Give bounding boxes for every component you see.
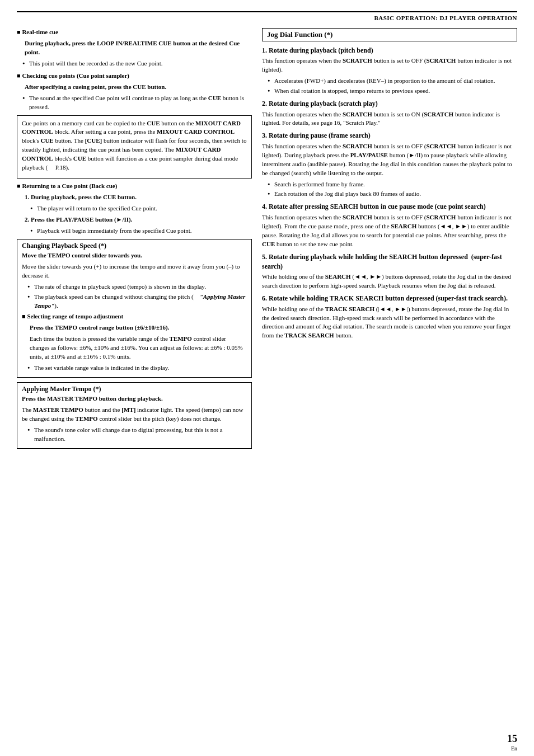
list-item: Each rotation of the Jog dial plays back… xyxy=(268,190,517,199)
range-bold: Press the TEMPO control range button (±6… xyxy=(22,323,247,332)
changing-playback-speed-section: Changing Playback Speed (*) Move the TEM… xyxy=(17,239,252,378)
step-1: 1. During playback, press the CUE button… xyxy=(25,193,252,202)
step-1-bullets: The player will return to the specified … xyxy=(25,204,252,213)
lang-label: En xyxy=(511,745,517,752)
jog-item-4-title: 4. Rotate after pressing SEARCH button i… xyxy=(262,202,517,212)
master-tempo-text: The MASTER TEMPO button and the [MT] ind… xyxy=(22,406,247,424)
jog-item-2-text: This function operates when the SCRATCH … xyxy=(262,110,517,128)
jog-item-3-bullets: Search is performed frame by frame. Each… xyxy=(262,180,517,199)
realtime-cue-bullets: This point will then be recorded as the … xyxy=(17,59,252,68)
range-bullets: The set variable range value is indicate… xyxy=(22,364,247,373)
list-item: Playback will begin immediately from the… xyxy=(30,227,252,236)
checking-cue-heading: Checking cue points (Cue point sampler) xyxy=(17,72,252,81)
applying-master-tempo-section: Applying Master Tempo (*) Press the MAST… xyxy=(17,382,252,449)
master-tempo-bold: Press the MASTER TEMPO button during pla… xyxy=(22,395,247,403)
right-column: Jog Dial Function (*) 1. Rotate during p… xyxy=(262,28,517,453)
left-column: Real-time cue During playback, press the… xyxy=(17,28,252,453)
list-item: This point will then be recorded as the … xyxy=(22,59,252,68)
checking-cue-section: Checking cue points (Cue point sampler) … xyxy=(17,72,252,112)
list-item: The set variable range value is indicate… xyxy=(27,364,247,373)
changing-playback-intro-text: Move the slider towards you (+) to incre… xyxy=(22,262,247,280)
jog-item-4: 4. Rotate after pressing SEARCH button i… xyxy=(262,202,517,248)
range-heading: ■ Selecting range of tempo adjustment xyxy=(22,312,247,321)
returning-cue-heading: Returning to a Cue point (Back cue) xyxy=(17,182,252,191)
realtime-cue-section: Real-time cue During playback, press the… xyxy=(17,28,252,68)
list-item: The playback speed can be changed withou… xyxy=(27,293,247,311)
list-item: The player will return to the specified … xyxy=(30,204,252,213)
main-content: Real-time cue During playback, press the… xyxy=(17,28,517,453)
list-item: Accelerates (FWD+) and decelerates (REV–… xyxy=(268,77,517,86)
changing-playback-intro-bold: Move the TEMPO control slider towards yo… xyxy=(22,251,247,260)
jog-item-4-text: This function operates when the SCRATCH … xyxy=(262,213,517,249)
jog-item-3-text: This function operates when the SCRATCH … xyxy=(262,142,517,178)
range-text: Each time the button is pressed the vari… xyxy=(22,335,247,361)
jog-item-5-title: 5. Rotate during playback while holding … xyxy=(262,252,517,272)
list-item: The sound at the specified Cue point wil… xyxy=(22,94,252,112)
jog-item-5: 5. Rotate during playback while holding … xyxy=(262,252,517,291)
jog-item-1-title: 1. Rotate during playback (pitch bend) xyxy=(262,46,517,55)
changing-playback-speed-title: Changing Playback Speed (*) xyxy=(22,242,247,250)
checking-cue-bold: After specifying a cueing point, press t… xyxy=(17,83,252,92)
jog-item-2: 2. Rotate during playback (scratch play)… xyxy=(262,99,517,128)
step-2: 2. Press the PLAY/PAUSE button (►/II). xyxy=(25,215,252,224)
jog-item-1-text: This function operates when the SCRATCH … xyxy=(262,57,517,74)
jog-item-6-text: While holding one of the TRACK SEARCH (|… xyxy=(262,305,517,341)
note-text: Cue points on a memory card can be copie… xyxy=(22,119,247,173)
jog-item-1: 1. Rotate during playback (pitch bend) T… xyxy=(262,46,517,96)
applying-master-tempo-title: Applying Master Tempo (*) xyxy=(22,385,247,393)
master-tempo-bullets: The sound's tone color will change due t… xyxy=(22,426,247,444)
checking-cue-bullets: The sound at the specified Cue point wil… xyxy=(17,94,252,112)
realtime-cue-heading: Real-time cue xyxy=(17,28,252,37)
note-box: Cue points on a memory card can be copie… xyxy=(17,115,252,179)
returning-cue-section: Returning to a Cue point (Back cue) 1. D… xyxy=(17,182,252,236)
list-item: When dial rotation is stopped, tempo ret… xyxy=(268,87,517,96)
list-item: The rate of change in playback speed (te… xyxy=(27,283,247,292)
header-title: BASIC OPERATION: DJ PLAYER OPERATION xyxy=(374,15,517,21)
realtime-cue-bold: During playback, press the LOOP IN/REALT… xyxy=(17,39,252,57)
list-item: Search is performed frame by frame. xyxy=(268,180,517,189)
jog-dial-title: Jog Dial Function (*) xyxy=(262,28,517,41)
returning-cue-steps: 1. During playback, press the CUE button… xyxy=(17,193,252,236)
changing-playback-bullets: The rate of change in playback speed (te… xyxy=(22,283,247,311)
jog-item-1-bullets: Accelerates (FWD+) and decelerates (REV–… xyxy=(262,77,517,96)
page: BASIC OPERATION: DJ PLAYER OPERATION Rea… xyxy=(0,0,534,756)
step-2-bullets: Playback will begin immediately from the… xyxy=(25,227,252,236)
page-number: 15 xyxy=(507,733,517,745)
jog-item-5-text: While holding one of the SEARCH (◄◄, ►►)… xyxy=(262,273,517,290)
jog-item-6: 6. Rotate while holding TRACK SEARCH but… xyxy=(262,294,517,340)
jog-item-6-title: 6. Rotate while holding TRACK SEARCH but… xyxy=(262,294,517,303)
jog-item-3: 3. Rotate during pause (frame search) Th… xyxy=(262,131,517,199)
jog-item-2-title: 2. Rotate during playback (scratch play) xyxy=(262,99,517,109)
jog-item-3-title: 3. Rotate during pause (frame search) xyxy=(262,131,517,140)
list-item: The sound's tone color will change due t… xyxy=(27,426,247,444)
page-header: BASIC OPERATION: DJ PLAYER OPERATION xyxy=(17,11,517,21)
